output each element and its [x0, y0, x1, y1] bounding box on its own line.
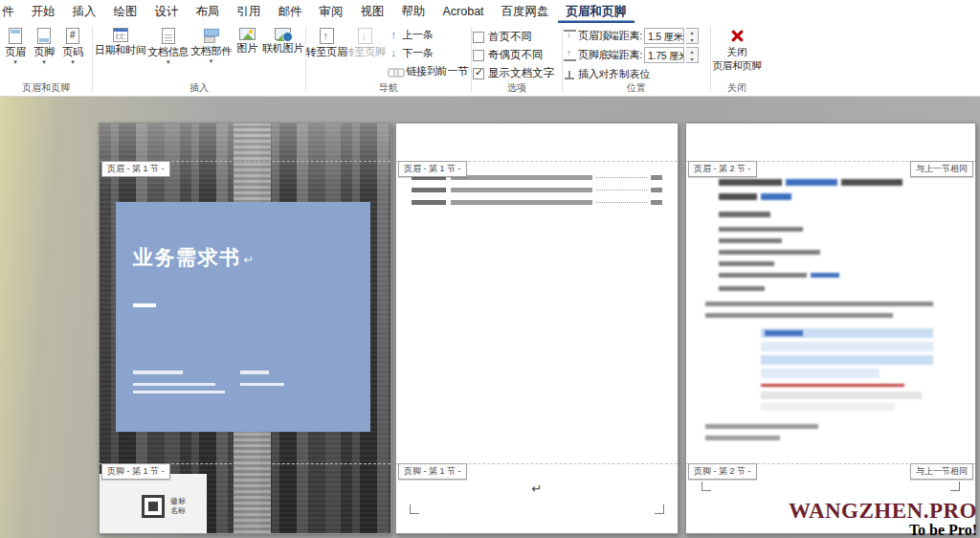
tab-insert[interactable]: 插入: [64, 0, 105, 23]
tab-home[interactable]: 开始: [23, 0, 64, 23]
watermark-title: WANGZHEN.PRO: [789, 500, 977, 522]
paragraph-mark: ↵: [244, 253, 255, 267]
same-as-previous-tag: 与上一节相同: [910, 161, 973, 177]
watermark: WANGZHEN.PRO To be Pro!: [789, 500, 977, 538]
different-odd-even-checkbox[interactable]: 奇偶页不同: [473, 46, 544, 64]
same-as-previous-tag: 与上一节相同: [910, 463, 973, 480]
header-tag: 页眉 - 第 1 节 -: [101, 161, 170, 177]
next-button[interactable]: 下一条: [386, 44, 470, 62]
picture-button[interactable]: 图片: [233, 26, 261, 56]
group-position: 页眉顶端距离: 1.5 厘米 页脚底端距离: 1.75 厘米 插入对齐制表位 位…: [563, 23, 710, 96]
goto-header-icon: [320, 28, 334, 44]
group-insert: 日期和时间 文档信息 文档部件 图片 联机图片 插入: [93, 23, 305, 96]
tab-baidu-netdisk[interactable]: 百度网盘: [493, 0, 558, 23]
text-bar: [719, 179, 782, 186]
logo-text: 徽标 名称: [170, 497, 186, 515]
menu-bar: 件 开始 插入 绘图 设计 布局 引用 邮件 审阅 视图 帮助 Acrobat …: [0, 0, 980, 23]
link-to-previous-label: 链接到前一节: [406, 64, 468, 78]
logo-icon: [142, 495, 165, 518]
tab-draw[interactable]: 绘图: [105, 0, 146, 23]
previous-button[interactable]: 上一条: [386, 26, 470, 44]
close-header-footer-button[interactable]: 关闭 页眉和页脚: [712, 26, 762, 73]
date-time-label: 日期和时间: [95, 44, 146, 56]
footer-button[interactable]: 页脚: [30, 26, 58, 66]
close-label-line2: 页眉和页脚: [713, 59, 762, 71]
spin-up-icon[interactable]: [686, 48, 698, 56]
text-bar: [761, 392, 922, 399]
header-button-label: 页眉: [5, 46, 25, 57]
tab-mailings[interactable]: 邮件: [270, 0, 311, 23]
header-button[interactable]: 页眉: [1, 26, 30, 66]
building-blocks-icon: [204, 28, 219, 43]
online-picture-icon: [275, 28, 291, 40]
document-info-button[interactable]: 文档信息: [146, 26, 189, 66]
blurred-line: [412, 188, 662, 192]
paragraph-mark: ↵: [532, 482, 543, 496]
document-info-label: 文档信息: [147, 46, 189, 57]
spin-down-icon[interactable]: [686, 56, 698, 63]
cover-title[interactable]: 业务需求书↵: [133, 244, 254, 271]
page-2[interactable]: 页眉 - 第 1 节 - 页脚 - 第 1 节 - ↵: [395, 123, 679, 534]
calendar-icon: [113, 28, 128, 42]
highlight-bar: [761, 369, 880, 378]
text-bar: [719, 212, 770, 217]
spin-up-icon[interactable]: [686, 29, 698, 36]
text-bar: [705, 436, 780, 440]
page-1[interactable]: 业务需求书↵ 页眉 - 第 1 节 - 页脚 - 第 1 节 - 徽标 名称: [99, 123, 391, 534]
footer-icon: [37, 28, 51, 44]
header-from-top-input[interactable]: 1.5 厘米: [644, 28, 684, 44]
tab-acrobat[interactable]: Acrobat: [434, 0, 493, 23]
text-bar: [705, 302, 933, 306]
text-bar: [719, 193, 757, 200]
footer-from-bottom-spinner[interactable]: [686, 47, 699, 63]
picture-icon: [239, 28, 256, 40]
group-close: 关闭 页眉和页脚 关闭: [711, 23, 763, 96]
group-label-navigation: 导航: [306, 81, 471, 95]
blurred-line: [412, 200, 662, 205]
online-picture-label: 联机图片: [262, 42, 303, 54]
quick-parts-button[interactable]: 文档部件: [189, 26, 233, 65]
text-bar: [841, 179, 902, 186]
tab-header-footer[interactable]: 页眉和页脚: [558, 0, 635, 23]
tab-file[interactable]: 件: [0, 0, 23, 23]
tab-help[interactable]: 帮助: [393, 0, 434, 23]
text-bar: [705, 313, 893, 318]
header-from-top-spinner[interactable]: [686, 28, 699, 44]
page-3[interactable]: 页眉 - 第 2 节 - 与上一节相同: [685, 123, 976, 534]
text-boundary-corner: [950, 482, 960, 491]
show-document-text-checkbox[interactable]: 显示文档文字: [473, 64, 554, 82]
online-picture-button[interactable]: 联机图片: [261, 26, 304, 56]
text-bar: [719, 273, 807, 278]
previous-icon: [388, 29, 399, 41]
cover-title-box[interactable]: 业务需求书↵: [116, 202, 370, 432]
tab-review[interactable]: 审阅: [311, 0, 352, 23]
goto-header-button[interactable]: 转至页眉: [307, 26, 345, 59]
footer-from-bottom-label: 页脚底端距离:: [578, 48, 642, 62]
checkbox-unchecked-icon: [473, 50, 484, 61]
tab-view[interactable]: 视图: [352, 0, 393, 23]
page-number-button[interactable]: 页码: [58, 26, 87, 66]
cover-text-bar: [133, 391, 225, 393]
previous-label: 上一条: [402, 28, 433, 42]
text-bar: [719, 238, 782, 243]
different-first-page-checkbox[interactable]: 首页不同: [473, 28, 532, 46]
group-navigation: 转至页眉 转至页脚 上一条 下一条 链接到前一节: [306, 23, 471, 96]
close-label-line1: 关闭: [727, 46, 746, 57]
footer-area-page1: 页脚 - 第 1 节 -: [100, 463, 390, 477]
header-from-top-icon: [564, 30, 576, 42]
tab-references[interactable]: 引用: [229, 0, 270, 23]
footer-from-bottom-input[interactable]: 1.75 厘米: [644, 47, 684, 63]
link-icon: [388, 67, 403, 76]
text-bar: [719, 227, 803, 232]
group-label-insert: 插入: [93, 81, 305, 95]
footer-area-page2: 页脚 - 第 1 节 -: [396, 463, 678, 477]
tab-layout[interactable]: 布局: [188, 0, 229, 23]
show-document-text-label: 显示文档文字: [488, 66, 554, 80]
goto-footer-button[interactable]: 转至页脚: [345, 26, 384, 59]
spin-down-icon[interactable]: [686, 36, 698, 44]
close-icon: [729, 28, 746, 44]
picture-label: 图片: [236, 42, 256, 54]
date-time-button[interactable]: 日期和时间: [94, 26, 146, 57]
link-to-previous-button[interactable]: 链接到前一节: [386, 62, 470, 80]
tab-design[interactable]: 设计: [146, 0, 188, 23]
